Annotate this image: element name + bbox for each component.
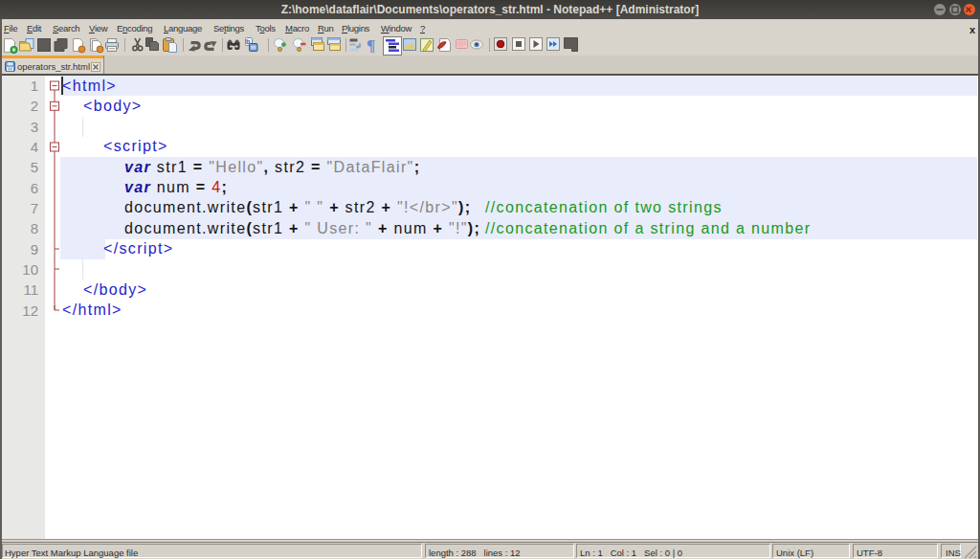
svg-text:¶: ¶ (367, 36, 375, 55)
